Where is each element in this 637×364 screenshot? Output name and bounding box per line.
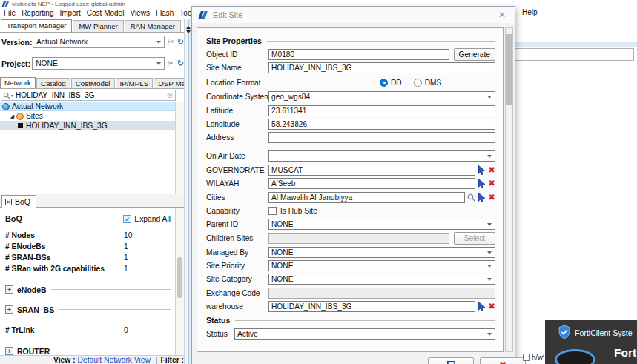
dialog-scrollbar[interactable] [505,27,513,352]
boq-tabstrip: ✕ BoQ [0,194,184,208]
menu-item-file[interactable]: File [1,9,19,17]
search-icon[interactable] [467,193,475,202]
refresh-icon[interactable]: ↻ [177,38,184,46]
field-label-exchange-code: Exchange Code [206,289,268,297]
parent-id-combo[interactable]: NONE [268,219,495,230]
close-icon[interactable]: ✕ [5,199,12,205]
close-icon[interactable]: ✕ [495,9,509,21]
remove-icon[interactable]: ✖ [488,302,495,311]
on-air-date-combo[interactable] [268,150,495,162]
cities-field[interactable]: Al Mawalih Al Janubiyya [268,192,465,203]
tree-item-holiday-inn-ibs-3g[interactable]: HOLIDAY_INN_IBS_3G [0,121,175,130]
filter-label: Filter : [161,356,184,364]
tree-item-actual-network[interactable]: Actual Network [0,102,175,111]
menu-item-reporting[interactable]: Reporting [19,9,56,17]
module-tab-ran-manager[interactable]: RAN Manager [125,20,181,32]
cursor-icon[interactable] [478,302,486,311]
tree-search-input[interactable] [16,91,167,99]
tab-catalog[interactable]: Catalog [36,78,70,88]
save-button[interactable] [428,357,474,364]
site-priority-combo[interactable]: NONE [268,260,495,271]
remove-icon[interactable]: ✖ [488,179,495,188]
expand-plus-icon[interactable]: + [5,347,13,355]
radio-dd[interactable] [380,79,388,87]
remove-icon[interactable]: ✖ [488,193,495,202]
expand-all-checkbox[interactable]: ✓ [123,215,131,223]
menu-item-views[interactable]: Views [127,9,153,17]
latitude-field[interactable]: 23.611341 [268,105,495,116]
scrollbar-thumb[interactable] [506,34,512,105]
view-label: View : [53,356,76,364]
forticlient-toast[interactable]: FortiClient Syste Forti [545,320,637,364]
generate-button[interactable]: Generate [454,48,495,61]
left-scrollbar[interactable] [175,102,184,355]
checkbox-label-is-hub-site: Is Hub Site [280,207,317,215]
address-field[interactable] [268,132,495,143]
field-control-latitude: 23.611341 [268,105,495,116]
tab-boq[interactable]: ✕ BoQ [1,195,36,208]
menu-item-flash[interactable]: Flash [153,9,176,17]
module-tab-transport-manager[interactable]: Transport Manager [1,19,72,32]
field-row-warehouse: warehouseHOLIDAY_INN_IBS_3G✖ [206,301,495,312]
managed-by-combo[interactable]: NONE [268,247,495,258]
scissors-icon[interactable]: ✂ [168,38,174,46]
field-row-object-id: Object IDM0180Generate [206,49,495,60]
radio-dms[interactable] [414,79,422,87]
tab-ip-mpls[interactable]: IP/MPLS [116,78,154,88]
clear-search-icon[interactable]: ⊗ [167,91,173,99]
warehouse-field[interactable]: HOLIDAY_INN_IBS_3G [268,301,475,312]
scissors-icon[interactable]: ✂ [168,59,174,67]
remove-icon[interactable]: ✖ [488,166,495,174]
longitude-field[interactable]: 58.243826 [268,119,495,130]
cancel-button[interactable]: ✖ [480,357,526,364]
status-combo[interactable]: Active [234,328,495,340]
boq-section-sran-bs: +SRAN_BS [5,304,171,315]
version-combo[interactable]: Actual Network [33,36,165,48]
view-value-link[interactable]: Default Network View [78,356,151,364]
save-icon [447,361,455,364]
field-label-address: Address [206,133,268,142]
site-icon [18,123,23,128]
cursor-icon[interactable] [478,193,486,202]
tree-expander-icon[interactable]: ◢ [9,113,16,119]
tree-search-row: ▾ ⊗ [1,90,176,101]
site-name-field[interactable]: HOLIDAY_INN_IBS_3G [268,62,495,73]
divider [235,320,495,321]
project-combo[interactable]: NONE [32,57,164,70]
module-tabs: Transport ManagerMW PlannerRAN Manager [0,19,185,33]
menu-item-help[interactable]: Help [519,8,541,16]
select-button[interactable]: Select [454,232,495,245]
field-control-children-sites: Select [268,232,495,245]
tab-network[interactable]: Network [0,77,36,88]
globe-icon [2,103,10,110]
expand-plus-icon[interactable]: + [5,305,13,314]
module-tab-mw-planner[interactable]: MW Planner [73,20,123,32]
menu-item-cost-model[interactable]: Cost Model [84,9,128,17]
boq-stat-value: 0 [124,326,128,334]
site-category-combo[interactable]: NONE [268,274,495,285]
is-hub-site-checkbox[interactable] [268,207,277,215]
tree-item-label: HOLIDAY_INN_IBS_3G [26,122,108,130]
divider [267,41,495,42]
tab-costmodel[interactable]: CostModel [71,78,115,88]
toast-brand: Forti [614,346,637,360]
tree-item-sites[interactable]: ◢Sites [0,111,175,121]
governorate-field[interactable]: MUSCAT [268,165,475,176]
expand-plus-icon[interactable]: + [5,285,13,294]
scrollbar-thumb[interactable] [177,257,182,298]
field-control-governorate: MUSCAT✖ [268,165,495,176]
panel-splitter[interactable] [184,19,191,364]
cursor-icon[interactable] [478,165,486,175]
field-control-exchange-code [268,288,495,299]
refresh-icon[interactable]: ↻ [177,59,184,67]
hw-checkbox[interactable] [523,354,530,361]
splitter-collapse-icon[interactable] [185,24,191,35]
object-id-field[interactable]: M0180 [268,49,449,60]
dialog-titlebar[interactable]: Edit Site ✕ [192,7,515,23]
menu-item-import[interactable]: Import [56,9,83,17]
boq-stat-sran-bss: # SRAN-BSs1 [5,254,171,265]
wilayah-field[interactable]: A'Seeb [268,178,475,189]
cursor-icon[interactable] [478,179,486,188]
chevron-down-icon [487,251,492,254]
coordinate-system-combo[interactable]: geo_wgs84 [268,91,495,102]
